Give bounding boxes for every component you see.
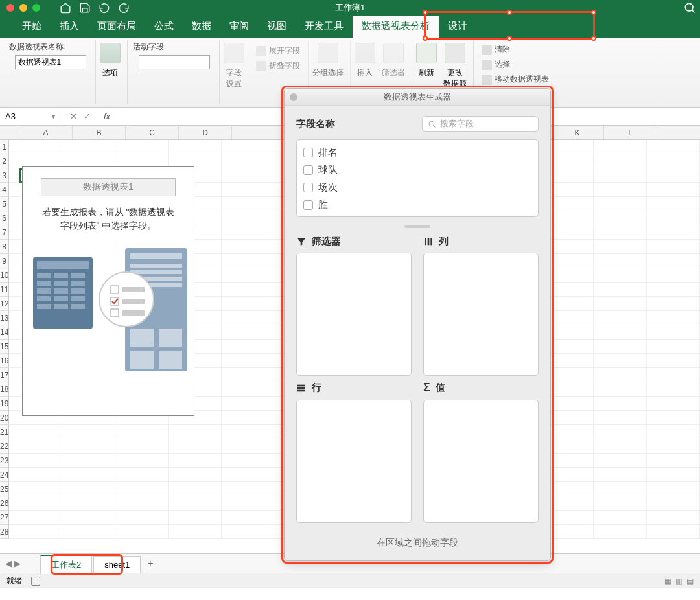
row-header[interactable]: 2	[0, 154, 9, 168]
row-header[interactable]: 9	[0, 254, 9, 268]
field-search-input[interactable]: 搜索字段	[422, 116, 539, 132]
cell[interactable]	[647, 482, 700, 496]
row-header[interactable]: 22	[0, 439, 9, 454]
row-header[interactable]: 13	[0, 311, 9, 325]
col-header[interactable]: C	[126, 126, 179, 139]
cell[interactable]	[594, 425, 647, 439]
pivot-name-input[interactable]	[15, 55, 86, 69]
row-header[interactable]: 14	[0, 325, 9, 340]
tab-developer[interactable]: 开发工具	[296, 15, 353, 38]
cell[interactable]	[594, 511, 647, 525]
row-header[interactable]: 25	[0, 482, 9, 496]
fx-label[interactable]: fx	[99, 111, 110, 121]
cell[interactable]	[9, 525, 62, 539]
minimize-window-icon[interactable]	[19, 4, 27, 12]
tab-pivottable-analyze[interactable]: 数据透视表分析	[353, 15, 439, 38]
columns-drop-area[interactable]	[423, 253, 539, 376]
col-header[interactable]: K	[551, 126, 604, 139]
cell[interactable]	[62, 496, 115, 511]
cell[interactable]	[115, 511, 169, 525]
cell[interactable]	[62, 454, 115, 468]
cell[interactable]	[594, 354, 647, 368]
row-header[interactable]: 17	[0, 368, 9, 382]
cell[interactable]	[62, 140, 115, 154]
cell[interactable]	[647, 354, 700, 368]
cell[interactable]	[594, 297, 647, 311]
cell[interactable]	[594, 382, 647, 397]
cell[interactable]	[647, 268, 700, 283]
macro-record-icon[interactable]	[31, 577, 40, 586]
cell[interactable]	[594, 525, 647, 539]
cell[interactable]	[169, 439, 222, 454]
cell[interactable]	[115, 482, 169, 496]
cell[interactable]	[9, 439, 62, 454]
checkbox-icon[interactable]	[303, 183, 313, 192]
cell[interactable]	[594, 140, 647, 154]
view-page-icon[interactable]: ▥	[675, 577, 682, 586]
cell[interactable]	[115, 468, 169, 482]
cell[interactable]	[594, 454, 647, 468]
cell[interactable]	[169, 140, 222, 154]
cell[interactable]	[9, 511, 62, 525]
cell[interactable]	[594, 325, 647, 340]
cell[interactable]	[594, 225, 647, 240]
cell[interactable]	[9, 482, 62, 496]
cell[interactable]	[169, 454, 222, 468]
select-all-corner[interactable]	[0, 126, 19, 139]
redo-icon[interactable]	[118, 2, 130, 14]
save-icon[interactable]	[79, 2, 91, 14]
move-button[interactable]: 移动数据透视表	[479, 73, 552, 86]
sheet-tab[interactable]: sheet1	[93, 556, 141, 573]
cell[interactable]	[594, 439, 647, 454]
row-header[interactable]: 12	[0, 297, 9, 311]
sheet-nav-next-icon[interactable]: ▶	[14, 559, 21, 568]
field-item[interactable]: 排名	[302, 144, 533, 161]
cell[interactable]	[647, 368, 700, 382]
cell[interactable]	[115, 140, 169, 154]
col-header[interactable]: L	[604, 126, 657, 139]
row-header[interactable]: 21	[0, 425, 9, 439]
cell[interactable]	[169, 525, 222, 539]
sheet-nav-prev-icon[interactable]: ◀	[5, 559, 12, 568]
change-source-label[interactable]: 更改 数据源	[443, 67, 467, 89]
cell[interactable]	[169, 496, 222, 511]
cell[interactable]	[594, 311, 647, 325]
cell[interactable]	[9, 496, 62, 511]
cell[interactable]	[9, 140, 62, 154]
cell[interactable]	[169, 482, 222, 496]
view-normal-icon[interactable]: ▦	[664, 577, 671, 586]
checkbox-icon[interactable]	[303, 148, 313, 157]
cell[interactable]	[594, 168, 647, 183]
rows-drop-area[interactable]	[296, 400, 412, 523]
row-header[interactable]: 7	[0, 225, 9, 240]
row-header[interactable]: 8	[0, 240, 9, 254]
row-header[interactable]: 3	[0, 168, 9, 183]
row-header[interactable]: 20	[0, 411, 9, 425]
row-header[interactable]: 24	[0, 468, 9, 482]
cell[interactable]	[594, 482, 647, 496]
home-icon[interactable]	[60, 2, 71, 14]
cancel-formula-icon[interactable]: ✕	[70, 111, 77, 121]
add-sheet-button[interactable]: +	[141, 555, 159, 572]
row-header[interactable]: 23	[0, 454, 9, 468]
tab-view[interactable]: 视图	[258, 15, 296, 38]
cell[interactable]	[647, 454, 700, 468]
tab-page-layout[interactable]: 页面布局	[88, 15, 145, 38]
cell[interactable]	[647, 240, 700, 254]
cell[interactable]	[62, 468, 115, 482]
cell[interactable]	[647, 297, 700, 311]
cell[interactable]	[594, 340, 647, 354]
cell[interactable]	[594, 197, 647, 211]
cell[interactable]	[169, 468, 222, 482]
cell[interactable]	[647, 211, 700, 225]
cell[interactable]	[115, 439, 169, 454]
accept-formula-icon[interactable]: ✓	[84, 111, 91, 121]
cell[interactable]	[647, 397, 700, 411]
select-button[interactable]: 选择	[479, 58, 552, 71]
cell[interactable]	[115, 496, 169, 511]
cell[interactable]	[647, 225, 700, 240]
cell[interactable]	[594, 397, 647, 411]
cell[interactable]	[62, 425, 115, 439]
values-drop-area[interactable]	[423, 400, 539, 523]
cell[interactable]	[647, 340, 700, 354]
